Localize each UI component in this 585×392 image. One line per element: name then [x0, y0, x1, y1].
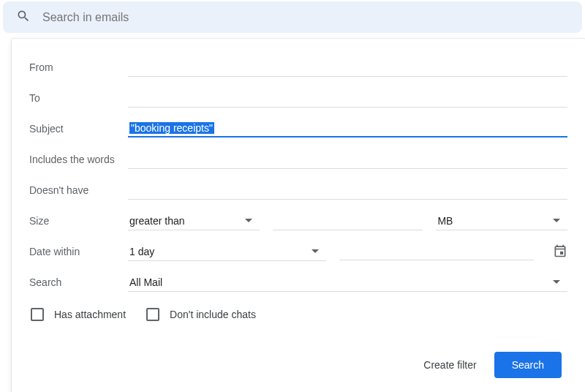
size-value-input[interactable]	[273, 212, 423, 230]
create-filter-button[interactable]: Create filter	[420, 353, 479, 377]
size-operator-value: greater than	[129, 215, 185, 227]
chevron-down-icon	[553, 280, 560, 284]
chevron-down-icon	[553, 219, 560, 222]
calendar-button[interactable]	[553, 244, 567, 260]
date-within-select[interactable]: 1 day	[128, 243, 326, 261]
search-button[interactable]: Search	[494, 352, 562, 378]
size-operator-select[interactable]: greater than	[128, 212, 260, 230]
size-unit-select[interactable]: MB	[436, 212, 567, 230]
checkbox-box-icon	[31, 308, 44, 321]
date-within-value: 1 day	[129, 246, 154, 257]
has-attachment-label: Has attachment	[54, 309, 126, 320]
chevron-down-icon	[245, 219, 252, 222]
date-value-input[interactable]	[339, 243, 535, 260]
has-attachment-checkbox[interactable]: Has attachment	[31, 308, 126, 321]
search-in-label: Search	[29, 276, 128, 288]
subject-selected-text: "booking receipts"	[129, 122, 214, 134]
subject-input[interactable]: "booking receipts"	[128, 120, 567, 137]
checkbox-box-icon	[146, 308, 159, 321]
doesnt-have-input[interactable]	[128, 181, 567, 200]
search-bar[interactable]	[3, 1, 582, 33]
chevron-down-icon	[312, 249, 319, 253]
search-in-select[interactable]: All Mail	[128, 274, 567, 292]
search-icon	[16, 9, 31, 26]
date-within-label: Date within	[29, 246, 128, 257]
dont-include-chats-checkbox[interactable]: Don't include chats	[146, 308, 256, 321]
dont-include-chats-label: Don't include chats	[170, 309, 256, 320]
from-label: From	[29, 61, 128, 73]
size-unit-value: MB	[437, 215, 453, 227]
from-input[interactable]	[128, 59, 567, 77]
includes-words-label: Includes the words	[29, 154, 128, 165]
search-input[interactable]	[41, 10, 569, 25]
search-in-value: All Mail	[129, 276, 162, 288]
subject-label: Subject	[29, 123, 128, 135]
to-input[interactable]	[128, 89, 567, 108]
advanced-search-panel: From To Subject "booking receipts" Inclu…	[12, 39, 585, 392]
doesnt-have-label: Doesn't have	[29, 184, 128, 196]
to-label: To	[29, 92, 128, 104]
size-label: Size	[29, 215, 128, 227]
calendar-icon	[553, 244, 567, 260]
includes-words-input[interactable]	[128, 151, 567, 169]
